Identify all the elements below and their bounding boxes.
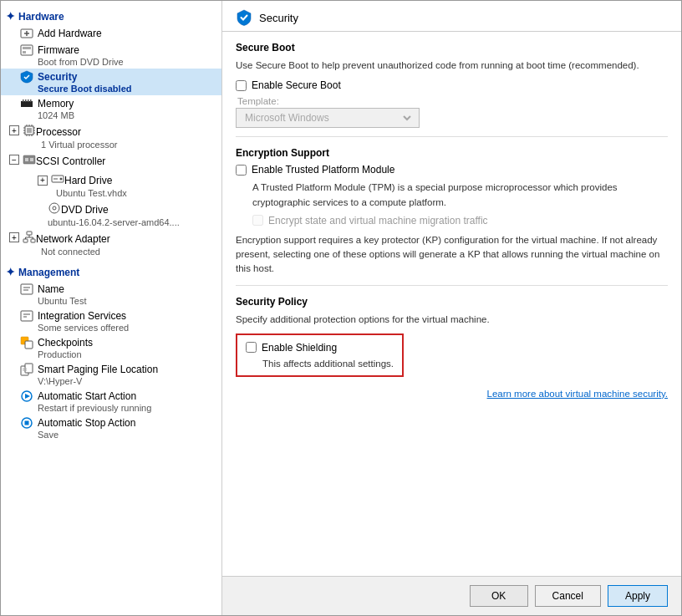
network-adapter-sub-label: Not connected xyxy=(23,247,213,257)
auto-stop-label: Automatic Stop Action xyxy=(38,417,135,429)
sidebar-item-auto-stop[interactable]: Automatic Stop Action Save xyxy=(1,415,221,441)
svg-rect-26 xyxy=(25,158,28,161)
integration-icon xyxy=(19,309,34,323)
security-label: Security xyxy=(38,71,77,83)
processor-label: Processor xyxy=(36,126,81,138)
integration-services-sub-label: Some services offered xyxy=(19,323,213,333)
processor-expand-icon[interactable]: + xyxy=(9,125,19,135)
sidebar-item-integration-services[interactable]: Integration Services Some services offer… xyxy=(1,308,221,334)
dvd-drive-label: DVD Drive xyxy=(61,204,109,216)
smart-paging-label: Smart Paging File Location xyxy=(38,364,158,375)
template-select-container: Microsoft Windows xyxy=(236,108,420,128)
management-star-icon: ✦ xyxy=(6,266,15,278)
enable-tpm-row[interactable]: Enable Trusted Platform Module xyxy=(236,164,668,176)
enable-secure-boot-row[interactable]: Enable Secure Boot xyxy=(236,79,668,91)
svg-rect-9 xyxy=(28,99,29,102)
memory-sub-label: 1024 MB xyxy=(19,110,213,120)
network-expand-icon[interactable]: + xyxy=(9,232,19,242)
content-header: Security xyxy=(222,1,681,32)
svg-rect-55 xyxy=(25,421,29,425)
network-adapter-label: Network Adapter xyxy=(36,233,110,245)
auto-start-sub-label: Restart if previously running xyxy=(19,403,213,413)
shielding-affects-text: This affects additional settings. xyxy=(246,359,394,369)
enable-tpm-checkbox[interactable] xyxy=(236,165,247,176)
svg-marker-53 xyxy=(25,394,30,399)
scsi-expand-icon[interactable]: − xyxy=(9,155,19,165)
auto-start-icon xyxy=(19,389,34,403)
processor-sub-label: 1 Virtual processor xyxy=(23,140,213,150)
secure-boot-section-title: Secure Boot xyxy=(236,42,668,53)
hardware-star-icon: ✦ xyxy=(6,10,15,23)
svg-rect-7 xyxy=(23,99,24,102)
encryption-kp-desc: Encryption support requires a key protec… xyxy=(236,233,668,277)
divider-1 xyxy=(236,136,668,137)
encryption-section-title: Encryption Support xyxy=(236,147,668,159)
memory-label: Memory xyxy=(38,98,74,109)
svg-point-31 xyxy=(49,203,59,213)
svg-rect-4 xyxy=(23,47,31,49)
svg-rect-8 xyxy=(25,99,27,102)
sidebar-item-smart-paging[interactable]: Smart Paging File Location V:\Hyper-V xyxy=(1,361,221,388)
svg-rect-12 xyxy=(27,128,32,133)
sidebar-item-hard-drive[interactable]: + Hard Drive Ubuntu Test.vhdx xyxy=(1,171,221,200)
processor-icon xyxy=(23,124,36,140)
sidebar-item-security[interactable]: Security Secure Boot disabled xyxy=(1,69,221,95)
encrypt-state-label: Encrypt state and virtual machine migrat… xyxy=(268,215,488,227)
svg-rect-47 xyxy=(25,341,33,349)
sidebar-item-add-hardware[interactable]: Add Hardware xyxy=(1,25,221,42)
footer: OK Cancel Apply xyxy=(222,576,681,615)
management-section-header: ✦ Management xyxy=(1,263,221,281)
svg-rect-43 xyxy=(21,311,33,321)
auto-stop-icon xyxy=(19,416,34,430)
enable-secure-boot-label[interactable]: Enable Secure Boot xyxy=(252,79,341,91)
ok-button[interactable]: OK xyxy=(470,585,528,607)
firmware-sub-label: Boot from DVD Drive xyxy=(19,57,213,67)
secure-boot-desc: Use Secure Boot to help prevent unauthor… xyxy=(236,59,668,73)
name-label: Name xyxy=(38,283,64,295)
content-panel: Security Secure Boot Use Secure Boot to … xyxy=(222,1,681,615)
sidebar-item-firmware[interactable]: Firmware Boot from DVD Drive xyxy=(1,42,221,69)
enable-shielding-label[interactable]: Enable Shielding xyxy=(262,342,337,354)
content-shield-icon xyxy=(236,9,252,26)
sidebar-item-network-adapter[interactable]: + Network Adapter Not connected xyxy=(1,229,221,258)
add-hardware-icon xyxy=(19,27,34,40)
hard-drive-expand-icon[interactable]: + xyxy=(38,176,48,186)
network-icon xyxy=(23,231,36,247)
sidebar-item-name[interactable]: Name Ubuntu Test xyxy=(1,281,221,308)
svg-rect-10 xyxy=(30,99,32,102)
enable-tpm-label[interactable]: Enable Trusted Platform Module xyxy=(252,164,394,176)
learn-more-link[interactable]: Learn more about virtual machine securit… xyxy=(236,389,668,399)
security-sub-label: Secure Boot disabled xyxy=(19,84,213,94)
enable-shielding-row[interactable]: Enable Shielding xyxy=(246,342,394,354)
sidebar: ✦ Hardware Add Hardware Firmware Boot fr… xyxy=(1,1,222,615)
svg-point-29 xyxy=(60,178,63,181)
checkpoints-sub-label: Production xyxy=(19,349,213,359)
scsi-icon xyxy=(23,153,36,169)
apply-button[interactable]: Apply xyxy=(608,585,668,607)
content-title: Security xyxy=(259,12,298,24)
security-icon xyxy=(19,70,34,84)
security-policy-desc: Specify additional protection options fo… xyxy=(236,313,668,327)
template-select: Microsoft Windows xyxy=(242,111,414,125)
sidebar-item-dvd-drive[interactable]: DVD Drive ubuntu-16.04.2-server-amd64...… xyxy=(1,200,221,229)
cancel-button[interactable]: Cancel xyxy=(535,585,601,607)
svg-rect-35 xyxy=(31,239,35,242)
firmware-icon xyxy=(19,43,34,57)
sidebar-item-auto-start[interactable]: Automatic Start Action Restart if previo… xyxy=(1,388,221,415)
enable-shielding-checkbox[interactable] xyxy=(246,342,257,353)
sidebar-item-memory[interactable]: Memory 1024 MB xyxy=(1,95,221,122)
firmware-label: Firmware xyxy=(38,44,79,56)
svg-rect-6 xyxy=(21,101,33,107)
enable-secure-boot-checkbox[interactable] xyxy=(236,80,247,91)
sidebar-item-scsi-controller[interactable]: − SCSI Controller xyxy=(1,151,221,171)
sidebar-item-checkpoints[interactable]: Checkpoints Production xyxy=(1,334,221,361)
tpm-desc: A Trusted Platform Module (TPM) is a spe… xyxy=(252,181,668,210)
hard-drive-label: Hard Drive xyxy=(64,175,112,186)
svg-point-32 xyxy=(53,206,56,210)
scsi-controller-label: SCSI Controller xyxy=(36,155,105,167)
security-policy-section-title: Security Policy xyxy=(236,296,668,308)
svg-rect-34 xyxy=(23,239,28,242)
sidebar-item-processor[interactable]: + Processor 1 Virtual processor xyxy=(1,122,221,151)
hard-drive-sub-label: Ubuntu Test.vhdx xyxy=(38,188,213,198)
encrypt-state-checkbox xyxy=(252,215,263,226)
